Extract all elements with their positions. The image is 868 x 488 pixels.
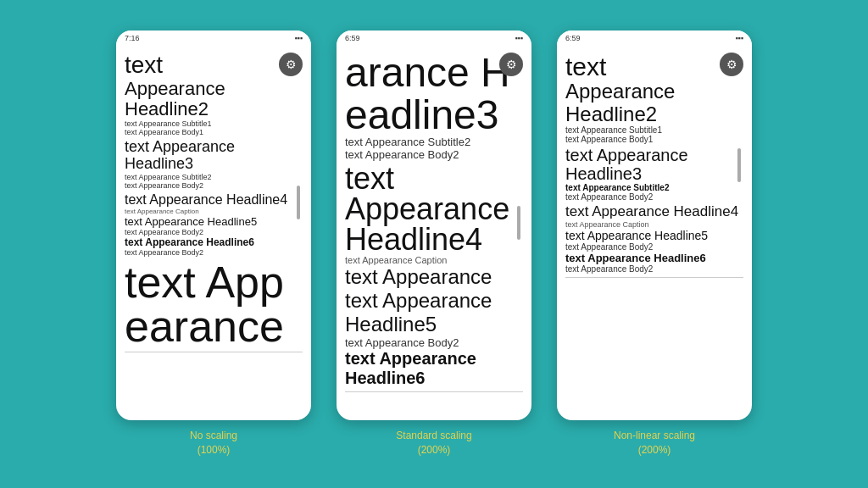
phone2-divider — [345, 391, 523, 392]
phone1-content: ⚙ text Appearance Headline2 text Appeara… — [116, 46, 311, 420]
phone3-status-bar: 6:59 ▪▪▪ — [557, 30, 752, 46]
phone2-h3: text — [345, 164, 523, 194]
phone2-icons: ▪▪▪ — [515, 34, 523, 42]
phone3-wrapper: 6:59 ▪▪▪ ⚙ text Appearance Headline2 tex… — [557, 30, 752, 458]
phone1-subtitle2: text Appearance Subtitle2 — [125, 173, 303, 181]
phone3-headline2-label: Headline2 — [565, 103, 743, 125]
phone2-content-inner: ⚙ arance H eadline3 text Appearance Subt… — [345, 53, 523, 392]
phone3-content: ⚙ text Appearance Headline2 text Appeara… — [557, 46, 752, 420]
phone2: 6:59 ▪▪▪ ⚙ arance H eadline3 text Appear… — [337, 30, 531, 420]
phone2-status-bar: 6:59 ▪▪▪ — [337, 30, 531, 46]
phone3-h3: text Appearance Headline3 — [565, 146, 743, 183]
phone1-icons: ▪▪▪ — [294, 34, 303, 42]
phone2-label-line2: (200%) — [396, 443, 471, 458]
phone1-wrapper: 7:16 ▪▪▪ ⚙ text Appearance Headline2 tex… — [116, 30, 311, 458]
phone1-label: No scaling (100%) — [190, 429, 237, 458]
phone3-appearance-label: Appearance — [565, 80, 743, 103]
main-container: 7:16 ▪▪▪ ⚙ text Appearance Headline2 tex… — [91, 14, 777, 474]
phone3-h6: text Appearance Headline6 — [565, 252, 743, 264]
phone2-headline1: arance H — [345, 53, 523, 93]
phone3-label-line1: Non-linear scaling — [614, 429, 695, 443]
phone3-subtitle2: text Appearance Subtitle2 — [565, 183, 743, 192]
phone3-label-line2: (200%) — [614, 443, 695, 458]
phone2-body2: text Appearance Body2 — [345, 148, 523, 161]
phone3: 6:59 ▪▪▪ ⚙ text Appearance Headline2 tex… — [557, 30, 752, 420]
phone1-content-inner: ⚙ text Appearance Headline2 text Appeara… — [125, 53, 303, 352]
phone1: 7:16 ▪▪▪ ⚙ text Appearance Headline2 tex… — [116, 30, 311, 420]
phone2-headline2: eadline3 — [345, 95, 523, 136]
phone3-body1: text Appearance Body1 — [565, 135, 743, 144]
phone1-body2: text Appearance Body2 — [125, 181, 303, 190]
phone3-h5: text Appearance Headline5 — [565, 229, 743, 242]
phone2-body2b: text Appearance Body2 — [345, 336, 523, 349]
phone1-label-line1: No scaling — [190, 429, 237, 443]
phone3-caption: text Appearance Caption — [565, 220, 743, 229]
phone2-h5-line2: text Appearance Headline5 — [345, 289, 523, 336]
phone1-time: 7:16 — [125, 34, 140, 42]
phone1-body2b: text Appearance Body2 — [125, 228, 303, 236]
phone1-appearance-label: Appearance — [125, 79, 303, 99]
phone3-label: Non-linear scaling (200%) — [614, 429, 695, 458]
phone2-h6: text Appearance Headline6 — [345, 349, 523, 388]
phone2-label-line1: Standard scaling — [396, 429, 471, 443]
phone2-h3c: Headline4 — [345, 225, 523, 255]
phone1-h6: text Appearance Headline6 — [125, 236, 303, 248]
phone2-h5-line1: text Appearance — [345, 265, 523, 289]
phone2-wrapper: 6:59 ▪▪▪ ⚙ arance H eadline3 text Appear… — [337, 30, 531, 458]
phone2-subtitle2: text Appearance Subtitle2 — [345, 136, 523, 148]
phone1-label-line2: (100%) — [190, 443, 237, 458]
phone3-time: 6:59 — [565, 34, 581, 42]
phone3-text-label: text — [565, 53, 743, 80]
phone1-body1: text Appearance Body1 — [125, 128, 303, 136]
phone3-icons: ▪▪▪ — [735, 34, 743, 42]
phone1-text-label: text — [125, 53, 303, 79]
phone1-scroll-indicator[interactable] — [297, 186, 300, 219]
phone1-status-bar: 7:16 ▪▪▪ — [116, 30, 311, 46]
phone2-gear-icon[interactable]: ⚙ — [499, 53, 523, 76]
phone2-time: 6:59 — [345, 34, 360, 42]
phone1-h4: text Appearance Headline4 — [125, 192, 303, 208]
phone3-body2: text Appearance Body2 — [565, 192, 743, 202]
phone2-caption: text Appearance Caption — [345, 255, 523, 265]
phone1-headline2-label: Headline2 — [125, 99, 303, 119]
phone3-h4: text Appearance Headline4 — [565, 203, 743, 220]
phone3-content-inner: ⚙ text Appearance Headline2 text Appeara… — [565, 53, 743, 278]
phone3-body2b: text Appearance Body2 — [565, 242, 743, 252]
phone3-divider — [565, 277, 743, 278]
phone1-subtitle1: text Appearance Subtitle1 — [125, 119, 303, 128]
phone2-label: Standard scaling (200%) — [396, 429, 471, 458]
phone3-gear-icon[interactable]: ⚙ — [720, 53, 743, 76]
phone1-h5: text Appearance Headline5 — [125, 215, 303, 228]
phone3-scroll-indicator[interactable] — [737, 148, 741, 182]
phone2-content: ⚙ arance H eadline3 text Appearance Subt… — [337, 46, 531, 420]
phone2-scroll-indicator[interactable] — [517, 206, 520, 240]
phone1-body2c: text Appearance Body2 — [125, 248, 303, 257]
phone2-h3b: Appearance — [345, 194, 523, 225]
phone3-subtitle1: text Appearance Subtitle1 — [565, 125, 743, 135]
phone1-large-text: text Appearance — [125, 260, 303, 348]
phone1-gear-icon[interactable]: ⚙ — [279, 53, 303, 76]
phone1-h3: text Appearance Headline3 — [125, 139, 303, 173]
phone3-body2c: text Appearance Body2 — [565, 264, 743, 274]
phone1-divider — [125, 352, 303, 352]
phone1-caption: text Appearance Caption — [125, 208, 303, 215]
